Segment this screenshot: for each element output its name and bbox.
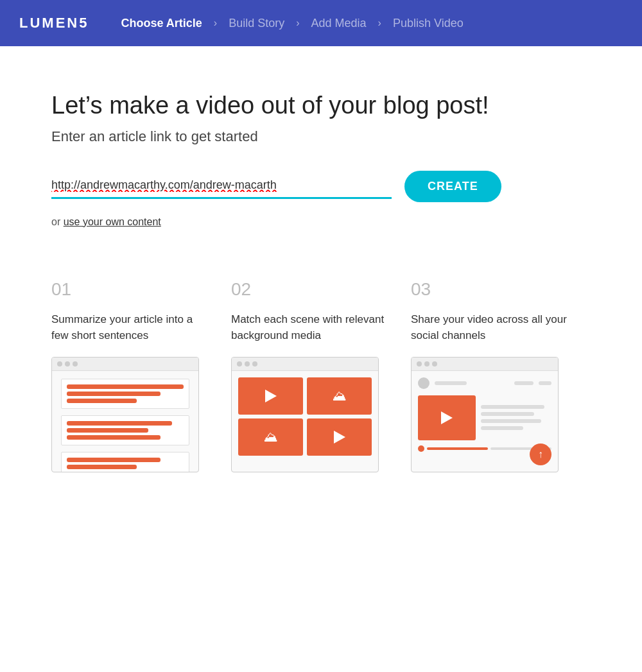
ill1-dot-3 <box>73 361 78 366</box>
step-2-illustration: ⛰ ⛰ <box>231 357 379 472</box>
ill3-progress-bar <box>427 447 488 450</box>
mountain-icon-2: ⛰ <box>264 429 278 445</box>
ill2-dot-3 <box>252 361 257 366</box>
upload-icon: ↑ <box>538 449 543 460</box>
chevron-icon-1: › <box>209 17 222 29</box>
create-button[interactable]: CREATE <box>404 171 501 202</box>
ill3-video-thumbnail <box>418 395 476 440</box>
ill1-line <box>67 392 160 396</box>
ill1-body <box>52 371 198 472</box>
nav: Choose Article › Build Story › Add Media… <box>114 17 469 30</box>
nav-item-add-media[interactable]: Add Media <box>305 17 373 30</box>
mountain-icon-1: ⛰ <box>333 388 347 404</box>
ill3-line-sm2 <box>539 381 551 385</box>
ill3-text-line-2 <box>481 412 534 416</box>
ill2-dot-1 <box>237 361 242 366</box>
ill2-cell-mountain-2: ⛰ <box>238 418 303 456</box>
ill1-card-2 <box>61 415 189 445</box>
ill2-body: ⛰ ⛰ <box>232 371 378 462</box>
ill2-titlebar <box>232 358 378 371</box>
nav-item-publish-video[interactable]: Publish Video <box>386 17 470 30</box>
ill1-line <box>67 458 160 462</box>
hero-title: Let’s make a video out of your blog post… <box>51 91 591 121</box>
ill3-text-line-1 <box>481 405 544 409</box>
nav-label-build-story: Build Story <box>229 17 284 30</box>
main-content: Let’s make a video out of your blog post… <box>0 46 642 672</box>
nav-item-build-story[interactable]: Build Story <box>222 17 291 30</box>
chevron-icon-2: › <box>291 17 304 29</box>
ill3-progress-dot <box>418 445 424 452</box>
ill3-text-line-3 <box>481 419 541 423</box>
ill3-text-line-4 <box>481 426 523 430</box>
ill1-line <box>67 465 137 469</box>
header: LUMEN5 Choose Article › Build Story › Ad… <box>0 0 642 46</box>
ill3-titlebar <box>412 358 558 371</box>
ill3-upload-button: ↑ <box>530 444 551 465</box>
play-icon-2 <box>334 431 345 444</box>
ill3-header-row <box>418 377 551 389</box>
ill2-cell-play-2 <box>307 418 372 456</box>
ill1-line <box>67 384 184 389</box>
step-1-text: Summarize your article into a few short … <box>51 311 212 344</box>
hero-subtitle: Enter an article link to get started <box>51 128 591 145</box>
step-3-text: Share your video across all your social … <box>411 311 571 344</box>
ill1-line <box>67 435 160 440</box>
play-icon-1 <box>265 390 277 402</box>
ill1-card-1 <box>61 379 189 409</box>
url-input-row: CREATE <box>51 171 591 202</box>
ill3-dot-1 <box>417 361 422 366</box>
ill3-main-row <box>418 395 551 440</box>
or-row: or use your own content <box>51 216 591 228</box>
ill3-play-icon <box>441 411 453 424</box>
step-3: 03 Share your video across all your soci… <box>411 279 591 472</box>
step-2-text: Match each scene with relevant backgroun… <box>231 311 392 344</box>
or-text: or <box>51 216 60 227</box>
nav-label-publish-video: Publish Video <box>393 17 464 30</box>
article-url-input[interactable] <box>51 173 392 199</box>
nav-label-choose-article: Choose Article <box>121 17 202 30</box>
nav-label-add-media: Add Media <box>311 17 367 30</box>
ill2-cell-play-1 <box>238 377 303 415</box>
ill1-dot-1 <box>57 361 62 366</box>
step-1: 01 Summarize your article into a few sho… <box>51 279 231 472</box>
ill3-dot-3 <box>432 361 437 366</box>
ill1-card-3 <box>61 452 189 472</box>
ill3-right-content <box>481 395 551 440</box>
chevron-icon-3: › <box>373 17 386 29</box>
step-2-number: 02 <box>231 279 392 300</box>
ill1-dot-2 <box>65 361 70 366</box>
logo: LUMEN5 <box>19 15 89 31</box>
ill3-dot-2 <box>424 361 429 366</box>
ill2-dot-2 <box>245 361 250 366</box>
steps-section: 01 Summarize your article into a few sho… <box>51 279 591 472</box>
nav-item-choose-article[interactable]: Choose Article <box>114 17 208 30</box>
ill1-line <box>67 399 137 403</box>
ill1-titlebar <box>52 358 198 371</box>
step-2: 02 Match each scene with relevant backgr… <box>231 279 411 472</box>
ill1-line <box>67 428 148 433</box>
use-own-content-link[interactable]: use your own content <box>64 216 161 227</box>
ill2-cell-mountain-1: ⛰ <box>307 377 372 415</box>
ill3-line-sm <box>514 381 534 385</box>
step-3-illustration: ↑ <box>411 357 559 472</box>
step-1-number: 01 <box>51 279 212 300</box>
step-3-number: 03 <box>411 279 571 300</box>
ill3-avatar <box>418 377 429 389</box>
ill1-line <box>67 421 172 426</box>
ill3-name-line <box>435 381 467 385</box>
step-1-illustration <box>51 357 199 472</box>
